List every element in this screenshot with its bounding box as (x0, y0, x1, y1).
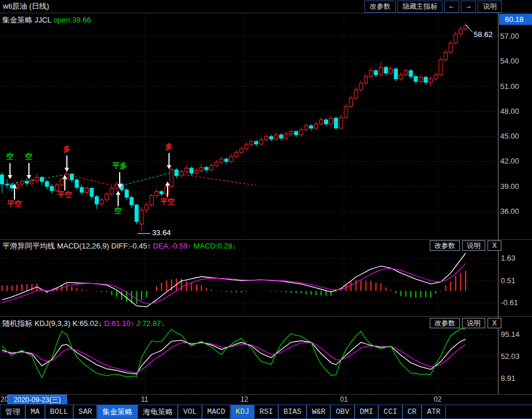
toolbar-item-ma[interactable]: MA (25, 405, 45, 418)
toolbar-item-cci[interactable]: CCI (378, 405, 402, 418)
trading-app-window: 空空多平空平空平多空多平空33.6458.6257.0054.0051.0048… (0, 0, 532, 419)
macd-panel-header: 平滑异同平均线 MACD(12,26,9) DIFF:-0.45↑ DEA:-0… (2, 241, 236, 251)
change-params-button[interactable]: 改参数 (364, 1, 396, 13)
macd-plot (2, 253, 466, 307)
window-title: wti原油 (日线) (3, 1, 49, 12)
trade-signal-label: 空 (114, 206, 122, 215)
indicator-toolbar: 管理MABOLLSAR集金策略海龟策略VOLMACDKDJRSIBIASW&RO… (0, 405, 532, 419)
macd-value-readout: MACD:0.28↓ (194, 242, 236, 250)
kdj-formula: KDJ(9,3,3) (35, 319, 70, 328)
kdj-panel-header: 随机指标 KDJ(9,3,3) K:65.02↓ D:61.10↑ J:72.8… (2, 318, 165, 329)
up-arrow-icon (116, 191, 121, 195)
price-axis-label: 45.00 (500, 132, 519, 140)
toolbar-item-sar[interactable]: SAR (73, 405, 97, 418)
candlestick-series (1, 23, 468, 231)
trade-signal-label: 平空 (160, 197, 175, 206)
toolbar-item-dmi[interactable]: DMI (355, 405, 378, 418)
strategy-code: JJCL (35, 16, 51, 24)
trade-signal-label: 平多 (112, 161, 127, 170)
toolbar-item-atr[interactable]: ATR (422, 405, 445, 418)
hide-main-indicator-button[interactable]: 隐藏主指标 (397, 1, 442, 13)
price-axis-label: 42.00 (500, 157, 519, 165)
macd-close-icon[interactable]: X (488, 240, 501, 251)
down-arrow-icon (167, 165, 172, 169)
kdj-plot (2, 329, 466, 378)
kdj-help-button[interactable]: 说明 (462, 318, 485, 328)
toolbar-item-[interactable]: 海龟策略 (137, 405, 178, 418)
kdj-j-readout: J:72.87↓ (136, 319, 165, 328)
toolbar-item-cr[interactable]: CR (403, 405, 422, 418)
kdj-axis-label: 95.14 (501, 330, 520, 339)
macd-diff-readout: DIFF:-0.45↑ (111, 242, 151, 250)
high-price-label: 58.62 (474, 30, 493, 39)
toolbar-item-[interactable]: 管理 (0, 405, 25, 418)
down-arrow-icon (65, 168, 69, 172)
macd-axis-label: 1.63 (501, 254, 515, 262)
prev-arrow-icon[interactable]: ← (444, 1, 459, 13)
toolbar-item-rsi[interactable]: RSI (254, 405, 278, 418)
titlebar-buttons: 改参数 隐藏主指标 ← → 说明 (363, 1, 502, 13)
trade-signal-label: 空 (25, 152, 33, 161)
help-button[interactable]: 说明 (478, 1, 502, 13)
kdj-d-readout: D:61.10↑ (104, 319, 134, 328)
trade-signal-label: 平空 (57, 190, 72, 199)
kdj-change-params-button[interactable]: 改参数 (430, 318, 460, 328)
kdj-axis-label: 8.91 (501, 374, 515, 383)
toolbar-item-wr[interactable]: W&R (307, 405, 330, 418)
trade-signal-label: 多 (165, 142, 173, 151)
x-axis-row: 20 2020-09-23(三) 11120102 (0, 395, 532, 404)
toolbar-item-obv[interactable]: OBV (330, 405, 354, 418)
macd-axis-label: 0.51 (501, 276, 515, 285)
macd-axis-label: -0.61 (501, 298, 518, 307)
strategy-position-line (117, 173, 171, 187)
toolbar-item-vol[interactable]: VOL (178, 405, 202, 418)
kdj-indicator-name: 随机指标 (2, 319, 32, 328)
chart-canvas[interactable]: 空空多平空平空平多空多平空33.6458.6257.0054.0051.0048… (0, 0, 532, 419)
toolbar-item-bias[interactable]: BIAS (278, 405, 307, 418)
toolbar-item-boll[interactable]: BOLL (45, 405, 73, 418)
down-arrow-icon (27, 175, 31, 179)
price-axis-label: 57.00 (500, 32, 519, 40)
macd-formula: MACD(12,26,9) (57, 242, 109, 250)
title-bar: wti原油 (日线) 改参数 隐藏主指标 ← → 说明 (0, 0, 532, 13)
macd-dea-readout: DEA:-0.59↑ (153, 242, 191, 250)
kdj-k-readout: K:65.02↓ (72, 319, 102, 328)
macd-help-button[interactable]: 说明 (462, 240, 485, 251)
kdj-panel-buttons: 改参数 说明 X (427, 318, 501, 328)
kdj-close-icon[interactable]: X (488, 318, 501, 328)
trade-signal-label: 多 (63, 144, 70, 153)
x-axis-tick-01: 01 (336, 395, 353, 403)
current-price-text: 60.18 (505, 15, 524, 24)
toolbar-item-macd[interactable]: MACD (202, 405, 230, 418)
toolbar-item-[interactable]: 集金策略 (97, 405, 137, 418)
low-price-label: 33.64 (152, 228, 171, 237)
price-axis-label: 51.00 (500, 82, 519, 91)
strategy-position-line (67, 175, 117, 187)
toolbar-item-kdj[interactable]: KDJ (230, 405, 254, 418)
up-arrow-icon (165, 181, 170, 186)
date-tooltip: 2020-09-23(三) (8, 395, 67, 404)
macd-panel-buttons: 改参数 说明 X (427, 240, 501, 251)
price-axis-label: 39.00 (500, 182, 519, 191)
macd-indicator-name: 平滑异同平均线 (2, 242, 55, 250)
trade-signal-label: 空 (6, 152, 14, 161)
macd-change-params-button[interactable]: 改参数 (430, 240, 460, 251)
strategy-name: 集金策略 (2, 16, 32, 24)
strategy-position-line (171, 173, 256, 186)
x-axis-tick-02: 02 (429, 395, 447, 403)
x-axis-tick-11: 11 (136, 395, 153, 403)
open-price-readout: open:39.66 (53, 16, 91, 24)
kdj-axis-label: 52.03 (501, 352, 520, 361)
x-axis-tick-12: 12 (236, 395, 253, 403)
down-arrow-icon (8, 175, 12, 179)
main-panel-header: 集金策略 JJCL open:39.66 (2, 15, 91, 25)
next-arrow-icon[interactable]: → (461, 1, 476, 13)
price-axis-label: 36.00 (500, 207, 519, 216)
price-axis-label: 54.00 (500, 57, 519, 65)
price-axis-label: 48.00 (500, 107, 519, 116)
trade-signal-label: 平空 (7, 199, 22, 208)
